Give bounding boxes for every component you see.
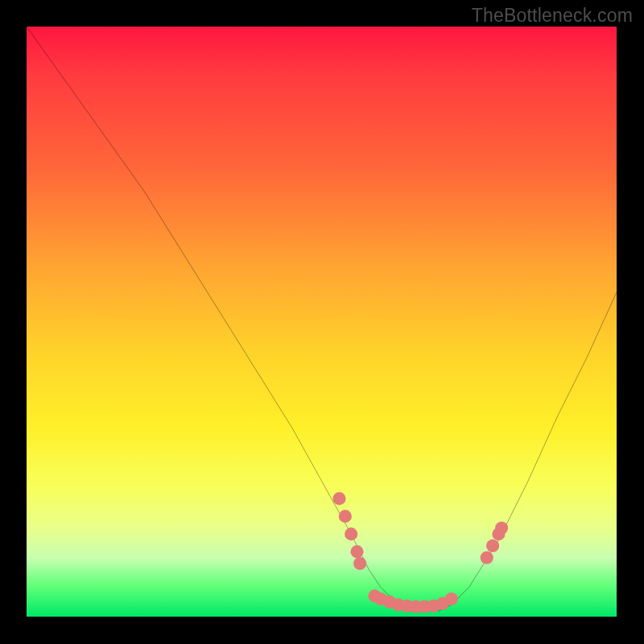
watermark-text: TheBottleneck.com [472,5,633,27]
marker-dot [345,527,357,540]
marker-dot [339,510,352,522]
bottleneck-curve [27,27,617,611]
marker-dots [332,492,508,613]
marker-dot [332,492,345,505]
chart-svg [27,27,617,617]
marker-dot [486,539,499,552]
chart-frame: TheBottleneck.com [0,0,644,644]
marker-dot [481,551,493,564]
marker-dot [353,557,366,570]
marker-dot [350,545,363,558]
plot-area [27,27,617,617]
marker-dot [445,592,458,605]
marker-dot [495,522,508,535]
